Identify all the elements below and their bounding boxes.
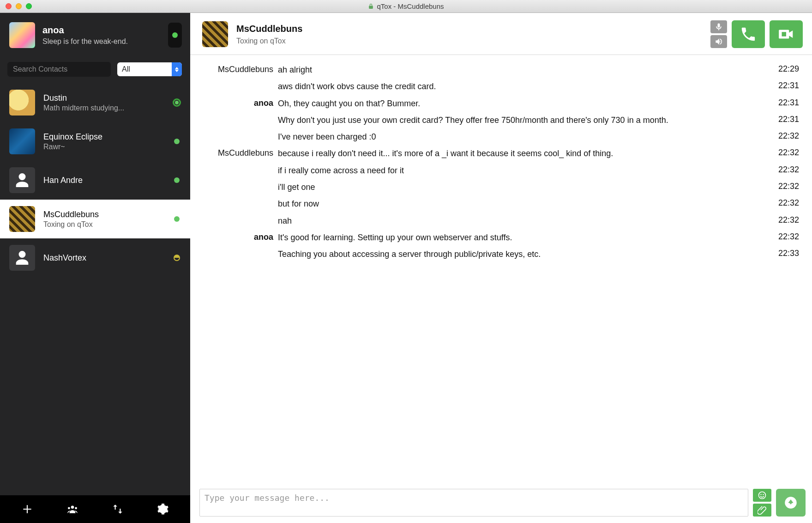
audio-call-button[interactable] xyxy=(732,20,765,48)
message-sender xyxy=(195,131,273,132)
message-row: anoaOh, they caught you on that? Bummer.… xyxy=(195,95,799,112)
svg-rect-3 xyxy=(782,32,787,36)
compose-bar xyxy=(190,485,812,523)
message-text: ah alright xyxy=(278,64,765,75)
gear-icon xyxy=(157,503,169,515)
message-row: if i really come across a need for it22:… xyxy=(195,162,799,179)
microphone-icon xyxy=(714,22,723,31)
message-text: aws didn't work obvs cause the credit ca… xyxy=(278,81,765,92)
message-input[interactable] xyxy=(199,489,748,517)
message-text: if i really come across a need for it xyxy=(278,165,765,176)
message-time: 22:32 xyxy=(770,232,799,242)
contact-avatar xyxy=(9,245,35,271)
mute-speaker-button[interactable] xyxy=(710,35,727,48)
message-text: because i really don't need it... it's m… xyxy=(278,148,765,159)
contact-status: Math midterm studying... xyxy=(43,104,164,112)
message-row: but for now22:32 xyxy=(195,195,799,212)
message-time: 22:32 xyxy=(770,148,799,158)
attach-file-button[interactable] xyxy=(753,504,771,517)
svg-point-6 xyxy=(763,494,764,495)
message-row: Why don't you just use your own credit c… xyxy=(195,112,799,128)
message-text: Oh, they caught you on that? Bummer. xyxy=(278,98,765,109)
contact-name: MsCuddlebuns xyxy=(43,210,164,219)
settings-button[interactable] xyxy=(153,499,173,519)
file-transfers-button[interactable] xyxy=(108,499,128,519)
send-icon xyxy=(783,495,799,511)
add-friend-button[interactable] xyxy=(17,499,37,519)
message-time: 22:32 xyxy=(770,131,799,141)
contact-status: Rawr~ xyxy=(43,143,164,151)
message-sender: MsCuddlebuns xyxy=(195,148,273,158)
message-row: i'll get one22:32 xyxy=(195,179,799,195)
contact-presence-icon xyxy=(173,216,181,222)
create-group-button[interactable] xyxy=(62,499,83,519)
message-text: Teaching you about accessing a server th… xyxy=(278,249,765,260)
window-zoom-button[interactable] xyxy=(26,3,32,9)
message-time: 22:29 xyxy=(770,64,799,74)
mute-mic-button[interactable] xyxy=(710,20,727,33)
presence-dot-icon xyxy=(172,32,178,38)
smiley-icon xyxy=(758,491,767,500)
window-titlebar: qTox - MsCuddlebuns xyxy=(0,0,812,13)
window-minimize-button[interactable] xyxy=(16,3,22,9)
plus-icon xyxy=(21,503,33,515)
message-row: Teaching you about accessing a server th… xyxy=(195,246,799,262)
contact-avatar xyxy=(9,206,35,232)
svg-point-1 xyxy=(68,507,70,509)
contact-item[interactable]: Equinox EclipseRawr~ xyxy=(0,122,190,161)
group-icon xyxy=(66,503,78,515)
message-sender xyxy=(195,198,273,199)
message-sender xyxy=(195,182,273,182)
contact-presence-icon xyxy=(173,98,181,107)
contact-list: DustinMath midterm studying...Equinox Ec… xyxy=(0,83,190,495)
contact-item[interactable]: Han Andre xyxy=(0,161,190,200)
message-time: 22:31 xyxy=(770,115,799,124)
message-row: nah22:32 xyxy=(195,213,799,229)
transfer-icon xyxy=(112,503,124,515)
svg-point-5 xyxy=(760,494,761,495)
window-close-button[interactable] xyxy=(6,3,12,9)
message-sender xyxy=(195,215,273,216)
chat-panel: MsCuddlebuns Toxing on qTox xyxy=(190,13,812,523)
message-text: Why don't you just use your own credit c… xyxy=(278,115,765,126)
contact-name: NashVortex xyxy=(43,253,164,263)
contact-item[interactable]: DustinMath midterm studying... xyxy=(0,83,190,122)
message-sender xyxy=(195,81,273,81)
self-profile[interactable]: anoa Sleep is for the weak-end. xyxy=(0,13,190,57)
message-time: 22:32 xyxy=(770,215,799,225)
message-sender xyxy=(195,249,273,249)
svg-point-0 xyxy=(71,505,74,509)
message-text: but for now xyxy=(278,198,765,209)
svg-point-2 xyxy=(75,507,77,509)
message-text: It's good for learning. Setting up your … xyxy=(278,232,765,243)
message-text: nah xyxy=(278,215,765,226)
message-time: 22:32 xyxy=(770,198,799,208)
video-icon xyxy=(777,25,795,43)
contact-item[interactable]: MsCuddlebunsToxing on qTox xyxy=(0,200,190,238)
peer-avatar xyxy=(202,21,228,47)
contact-filter-select[interactable]: All xyxy=(117,62,182,76)
self-status: Sleep is for the weak-end. xyxy=(42,37,161,46)
message-time: 22:33 xyxy=(770,249,799,258)
self-avatar xyxy=(9,22,35,48)
contact-status: Toxing on qTox xyxy=(43,220,164,229)
video-call-button[interactable] xyxy=(770,20,803,48)
contact-avatar xyxy=(9,128,35,154)
self-presence-toggle[interactable] xyxy=(168,23,182,48)
message-list[interactable]: MsCuddlebunsah alright22:29aws didn't wo… xyxy=(190,55,812,485)
message-sender xyxy=(195,115,273,115)
message-sender: anoa xyxy=(195,98,273,108)
contact-item[interactable]: NashVortex xyxy=(0,238,190,277)
send-message-button[interactable] xyxy=(776,489,806,517)
contact-name: Equinox Eclipse xyxy=(43,132,164,142)
message-row: anoaIt's good for learning. Setting up y… xyxy=(195,229,799,246)
message-row: aws didn't work obvs cause the credit ca… xyxy=(195,78,799,95)
message-sender xyxy=(195,165,273,165)
search-contacts-input[interactable] xyxy=(7,62,111,77)
message-row: MsCuddlebunsah alright22:29 xyxy=(195,61,799,78)
emoji-picker-button[interactable] xyxy=(753,489,771,502)
sidebar: anoa Sleep is for the weak-end. All Dust… xyxy=(0,13,190,523)
message-time: 22:31 xyxy=(770,98,799,108)
window-title: qTox - MsCuddlebuns xyxy=(377,2,444,10)
svg-point-4 xyxy=(759,492,766,499)
